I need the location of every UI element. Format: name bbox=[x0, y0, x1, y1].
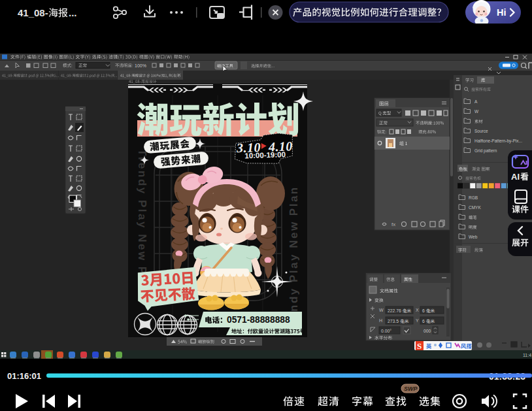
svg-text:A: A bbox=[474, 99, 478, 104]
svg-text:Hi: Hi bbox=[497, 7, 507, 18]
svg-text:Trendy Play New Plan: Trendy Play New Plan bbox=[288, 186, 300, 333]
svg-text:Grid pattern: Grid pattern bbox=[474, 148, 497, 154]
svg-text:Web: Web bbox=[469, 235, 478, 239]
svg-text:AI: AI bbox=[511, 172, 520, 182]
svg-text:273.5 毫米: 273.5 毫米 bbox=[388, 319, 409, 323]
svg-text:RGB: RGB bbox=[469, 195, 478, 200]
svg-text:CMYK: CMYK bbox=[469, 205, 481, 210]
svg-text:6 毫米: 6 毫米 bbox=[422, 319, 435, 323]
svg-text:W: W bbox=[379, 308, 384, 312]
svg-text:0.00°: 0.00° bbox=[381, 329, 391, 333]
svg-text:H: H bbox=[379, 318, 382, 323]
svg-text:000: 000 bbox=[424, 329, 431, 333]
svg-text:X: X bbox=[416, 308, 419, 312]
svg-text:10:00-19:00: 10:00-19:00 bbox=[244, 150, 286, 159]
svg-text:Halftone-Pattern-by-Pix...: Halftone-Pattern-by-Pix... bbox=[474, 139, 522, 144]
svg-text:SWP: SWP bbox=[404, 386, 418, 392]
svg-text:fx: fx bbox=[391, 222, 395, 227]
svg-text:222.76 毫米: 222.76 毫米 bbox=[388, 308, 411, 313]
svg-text:S: S bbox=[417, 341, 422, 351]
svg-text:41_08-: 41_08- bbox=[18, 7, 48, 18]
svg-text:11:4: 11:4 bbox=[523, 353, 531, 357]
svg-text:100%: 100% bbox=[135, 63, 146, 68]
svg-text:W: W bbox=[474, 109, 479, 114]
svg-text:Y: Y bbox=[416, 318, 419, 323]
svg-text:01:16:01: 01:16:01 bbox=[7, 371, 41, 381]
svg-text:...: ... bbox=[69, 7, 77, 18]
svg-text:0571-88888888: 0571-88888888 bbox=[227, 315, 290, 325]
svg-text:Source: Source bbox=[474, 129, 488, 133]
svg-text:6 毫米: 6 毫米 bbox=[422, 308, 435, 313]
